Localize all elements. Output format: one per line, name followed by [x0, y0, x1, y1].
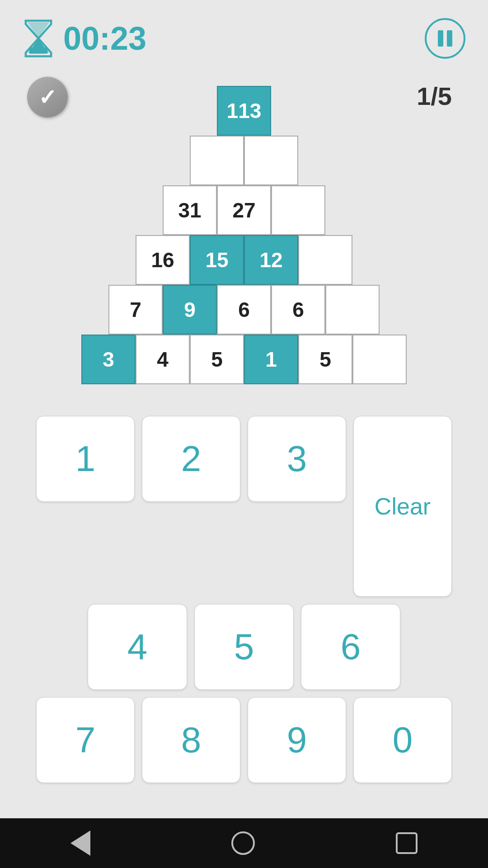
pyramid-row-5: 34515: [81, 335, 407, 384]
key-7-button[interactable]: 7: [36, 697, 135, 783]
pyramid: 1133127161512796634515: [81, 86, 407, 384]
pyramid-cell-3-2[interactable]: 12: [244, 235, 298, 285]
back-button[interactable]: [70, 830, 90, 856]
pyramid-cell-2-0[interactable]: 31: [163, 185, 217, 235]
game-area: ✓ 1/5 1133127161512796634515: [0, 68, 488, 393]
pyramid-cell-2-1[interactable]: 27: [217, 185, 271, 235]
pyramid-cell-5-3[interactable]: 1: [244, 335, 298, 384]
key-5-button[interactable]: 5: [194, 604, 294, 690]
pyramid-cell-3-3[interactable]: [298, 235, 352, 285]
pyramid-cell-4-2[interactable]: 6: [217, 285, 271, 335]
svg-rect-3: [29, 47, 48, 54]
key-9-button[interactable]: 9: [248, 697, 346, 783]
nav-bar: [0, 818, 488, 868]
pyramid-cell-5-1[interactable]: 4: [136, 335, 190, 384]
pause-button[interactable]: [425, 18, 465, 59]
recent-icon: [396, 832, 418, 854]
key-2-button[interactable]: 2: [142, 416, 240, 502]
pyramid-cell-5-0[interactable]: 3: [81, 335, 136, 384]
pyramid-cell-3-0[interactable]: 16: [136, 235, 190, 285]
keypad-row-2: 4 5 6: [36, 604, 452, 690]
pyramid-row-2: 3127: [163, 185, 325, 235]
pyramid-cell-0-0[interactable]: 113: [217, 86, 271, 136]
timer-section: 00:23: [23, 18, 146, 59]
recent-button[interactable]: [396, 832, 418, 854]
keypad: 1 2 3 Clear 4 5 6 7 8 9 0: [0, 416, 488, 783]
pyramid-cell-1-1[interactable]: [244, 136, 298, 185]
key-3-button[interactable]: 3: [248, 416, 346, 502]
key-6-button[interactable]: 6: [301, 604, 400, 690]
back-icon: [70, 830, 90, 856]
pyramid-cell-3-1[interactable]: 15: [190, 235, 244, 285]
pause-icon: [438, 30, 452, 47]
clear-button[interactable]: Clear: [353, 416, 452, 597]
pyramid-cell-4-3[interactable]: 6: [271, 285, 325, 335]
timer-display: 00:23: [63, 20, 146, 57]
key-0-button[interactable]: 0: [353, 697, 452, 783]
key-8-button[interactable]: 8: [142, 697, 240, 783]
key-4-button[interactable]: 4: [88, 604, 187, 690]
pyramid-cell-4-0[interactable]: 7: [108, 285, 163, 335]
level-indicator: 1/5: [417, 81, 452, 111]
checkmark-icon: ✓: [38, 85, 56, 110]
pyramid-cell-2-2[interactable]: [271, 185, 325, 235]
pyramid-row-1: [190, 136, 298, 185]
pyramid-cell-5-4[interactable]: 5: [298, 335, 352, 384]
home-icon: [231, 831, 255, 855]
pyramid-cell-5-2[interactable]: 5: [190, 335, 244, 384]
keypad-row-1: 1 2 3 Clear: [36, 416, 452, 597]
pyramid-cell-4-4[interactable]: [325, 285, 380, 335]
keypad-row-3: 7 8 9 0: [36, 697, 452, 783]
pyramid-cell-4-1[interactable]: 9: [163, 285, 217, 335]
hourglass-icon: [23, 18, 54, 59]
key-1-button[interactable]: 1: [36, 416, 135, 502]
pyramid-cell-1-0[interactable]: [190, 136, 244, 185]
pyramid-cell-5-5[interactable]: [352, 335, 407, 384]
pyramid-row-3: 161512: [136, 235, 352, 285]
home-button[interactable]: [231, 831, 255, 855]
pyramid-row-4: 7966: [108, 285, 380, 335]
pyramid-row-0: 113: [217, 86, 271, 136]
check-button[interactable]: ✓: [27, 77, 68, 118]
header: 00:23: [0, 0, 488, 68]
